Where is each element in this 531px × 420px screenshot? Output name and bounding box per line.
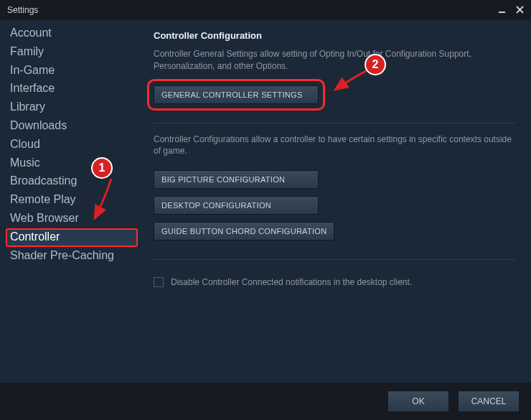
disable-notifications-checkbox[interactable] <box>154 277 164 287</box>
sidebar-item-controller[interactable]: Controller <box>6 228 138 247</box>
big-picture-configuration-button[interactable]: BIG PICTURE CONFIGURATION <box>154 170 319 189</box>
sidebar-item-shader-pre-caching[interactable]: Shader Pre-Caching <box>6 247 138 266</box>
ok-button[interactable]: OK <box>387 391 449 412</box>
sidebar: Account Family In-Game Interface Library… <box>0 20 138 383</box>
sidebar-item-in-game[interactable]: In-Game <box>6 62 138 80</box>
titlebar: Settings <box>0 0 531 20</box>
annotation-badge-2: 2 <box>365 54 386 75</box>
sidebar-item-remote-play[interactable]: Remote Play <box>6 191 138 210</box>
desktop-configuration-button[interactable]: DESKTOP CONFIGURATION <box>154 196 319 215</box>
sidebar-item-library[interactable]: Library <box>6 98 138 117</box>
main-panel: Controller Configuration Controller Gene… <box>138 20 531 383</box>
sidebar-item-music[interactable]: Music <box>6 154 138 173</box>
sidebar-item-family[interactable]: Family <box>6 43 138 62</box>
close-icon[interactable] <box>516 6 524 15</box>
guide-button-chord-configuration-button[interactable]: GUIDE BUTTON CHORD CONFIGURATION <box>154 222 334 241</box>
settings-window: Settings Account Family In-Game Interfac… <box>0 0 531 420</box>
footer: OK CANCEL <box>0 383 531 420</box>
window-body: Account Family In-Game Interface Library… <box>0 20 531 383</box>
general-controller-settings-button[interactable]: GENERAL CONTROLLER SETTINGS <box>154 85 319 104</box>
disable-notifications-row: Disable Controller Connected notificatio… <box>154 277 515 287</box>
section-description-2: Controller Configurations allow a contro… <box>154 134 515 158</box>
sidebar-item-downloads[interactable]: Downloads <box>6 117 138 136</box>
cancel-button[interactable]: CANCEL <box>458 391 520 412</box>
sidebar-item-web-browser[interactable]: Web Browser <box>6 210 138 228</box>
sidebar-item-broadcasting[interactable]: Broadcasting <box>6 172 138 191</box>
section-description-1: Controller General Settings allow settin… <box>154 48 515 73</box>
window-controls <box>498 6 524 15</box>
minimize-icon[interactable] <box>498 6 506 15</box>
section-title: Controller Configuration <box>154 30 515 41</box>
sidebar-item-interface[interactable]: Interface <box>6 80 138 98</box>
annotation-badge-1: 1 <box>91 157 113 179</box>
sidebar-item-cloud[interactable]: Cloud <box>6 136 138 154</box>
sidebar-item-account[interactable]: Account <box>6 24 138 43</box>
window-title: Settings <box>7 5 38 15</box>
divider-2 <box>154 259 515 260</box>
divider <box>154 123 515 123</box>
disable-notifications-label: Disable Controller Connected notificatio… <box>171 277 412 287</box>
